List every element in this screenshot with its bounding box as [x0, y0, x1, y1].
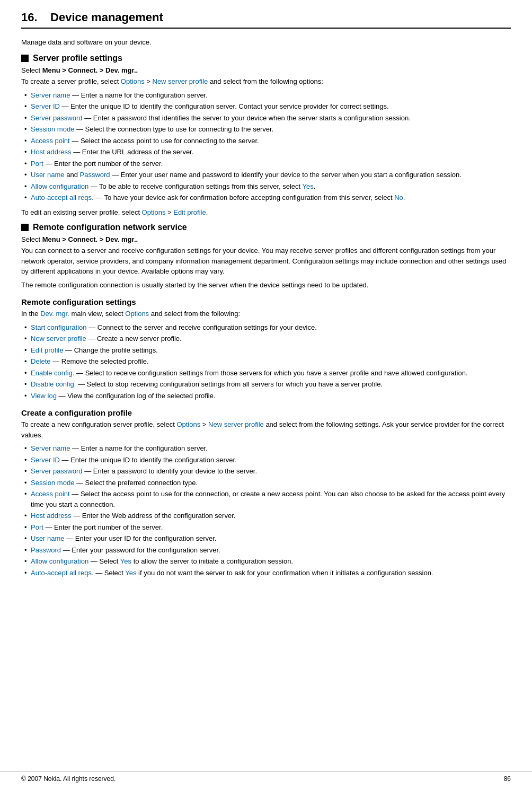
chapter-title-text: Device management [50, 11, 163, 24]
list-item: Edit profile — Change the profile settin… [21, 345, 511, 356]
list-item: Disable config. — Select to stop receivi… [21, 379, 511, 390]
list-item: Port — Enter the port number of the serv… [21, 159, 511, 169]
section2-heading: Remote configuration network service [21, 223, 511, 232]
section2-body2: The remote configuration connection is u… [21, 280, 511, 291]
list-item: User name and Password — Enter your user… [21, 170, 511, 180]
section1-square-icon [21, 55, 29, 62]
list-item: Allow configuration — To be able to rece… [21, 181, 511, 192]
section2-square-icon [21, 224, 29, 231]
list-item: Enable config. — Select to receive confi… [21, 368, 511, 379]
list-item: Port — Enter the port number of the serv… [21, 522, 511, 533]
list-item: Access point — Select the access point t… [21, 489, 511, 509]
list-item: Server password — Enter a password that … [21, 113, 511, 124]
list-item: Server name — Enter a name for the confi… [21, 443, 511, 454]
list-item: Session mode — Select the connection typ… [21, 124, 511, 135]
section3-title: Remote configuration settings [21, 297, 511, 306]
list-item: Session mode — Select the preferred conn… [21, 478, 511, 488]
section1-edit-line: To edit an existing server profile, sele… [21, 207, 511, 218]
list-item: Server ID — Enter the unique ID to ident… [21, 101, 511, 112]
section1-heading: Server profile settings [21, 54, 511, 63]
list-item: User name — Enter your user ID for the c… [21, 533, 511, 544]
chapter-number: 16. [21, 11, 38, 24]
list-item: Password — Enter your password for the c… [21, 545, 511, 556]
chapter-title: 16. Device management [21, 11, 511, 29]
section3-bullets: Start configuration — Connect to the ser… [21, 322, 511, 401]
copyright-text: © 2007 Nokia. All rights reserved. [21, 775, 116, 783]
list-item: Host address — Enter the Web address of … [21, 511, 511, 521]
section1-select: Select Menu > Connect. > Dev. mgr.. [21, 66, 511, 74]
list-item: Allow configuration — Select Yes to allo… [21, 556, 511, 567]
list-item: Auto-accept all reqs. — Select Yes if yo… [21, 568, 511, 578]
page-footer: © 2007 Nokia. All rights reserved. 86 [0, 771, 532, 783]
section2-title: Remote configuration network service [33, 223, 187, 232]
page-number: 86 [504, 775, 511, 783]
list-item: Server name — Enter a name for the confi… [21, 90, 511, 101]
section1-bullets: Server name — Enter a name for the confi… [21, 90, 511, 203]
section3-intro: In the Dev. mgr. main view, select Optio… [21, 309, 511, 319]
list-item: New server profile — Create a new server… [21, 333, 511, 344]
section4-intro: To create a new configuration server pro… [21, 419, 511, 440]
list-item: Delete — Remove the selected profile. [21, 356, 511, 367]
section1-create-line: To create a server profile, select Optio… [21, 76, 511, 87]
section4-bullets: Server name — Enter a name for the confi… [21, 443, 511, 578]
intro-text: Manage data and software on your device. [21, 38, 511, 46]
section1-title: Server profile settings [33, 54, 122, 63]
section2-body1: You can connect to a server and receive … [21, 245, 511, 277]
list-item: Access point — Select the access point t… [21, 136, 511, 146]
list-item: Server password — Enter a password to id… [21, 466, 511, 477]
section2-select: Select Menu > Connect. > Dev. mgr.. [21, 235, 511, 243]
section4-title: Create a configuration profile [21, 408, 511, 417]
list-item: Start configuration — Connect to the ser… [21, 322, 511, 333]
page-content: 16. Device management Manage data and so… [0, 0, 532, 791]
list-item: View log — View the configuration log of… [21, 391, 511, 401]
list-item: Server ID — Enter the unique ID to ident… [21, 455, 511, 465]
list-item: Auto-accept all reqs. — To have your dev… [21, 192, 511, 203]
list-item: Host address — Enter the URL address of … [21, 147, 511, 157]
